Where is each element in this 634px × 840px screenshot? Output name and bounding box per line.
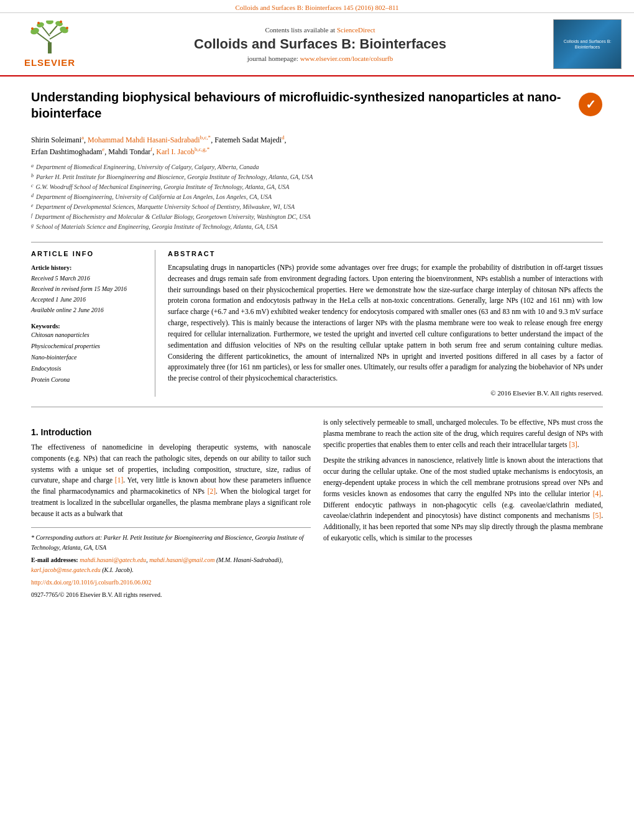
email-link-2[interactable]: mahdi.hasani@gmail.com	[149, 556, 214, 563]
abstract-copyright: © 2016 Elsevier B.V. All rights reserved…	[168, 389, 603, 397]
affiliation-g: g School of Materials Science and Engine…	[31, 222, 603, 232]
ref-5[interactable]: [5]	[593, 512, 601, 519]
email-note: E-mail addresses: mahdi.hasani@gatech.ed…	[31, 555, 311, 575]
authors-line: Shirin Soleimania, Mohammad Mahdi Hasani…	[31, 134, 603, 157]
author-hasani-link[interactable]: Mohammad Mahdi Hasani-Sadrabadi	[88, 136, 200, 144]
author-sup-bcg: b,c,g,*	[195, 146, 209, 152]
keyword-5: Protein Corona	[31, 374, 145, 385]
affiliation-f: f Department of Biochemistry and Molecul…	[31, 212, 603, 222]
ref-1[interactable]: [1]	[115, 476, 123, 484]
body-col-right: is only selectively permeable to small, …	[323, 417, 603, 600]
abstract-heading: ABSTRACT	[168, 250, 603, 257]
keyword-3: Nano-biointerface	[31, 352, 145, 363]
article-title-section: Understanding biophysical behaviours of …	[31, 89, 603, 126]
svg-rect-0	[48, 42, 52, 53]
footnotes: * Corresponding authors at: Parker H. Pe…	[31, 527, 311, 600]
affiliation-c: c G.W. Woodruff School of Mechanical Eng…	[31, 182, 603, 192]
divider-2	[31, 407, 603, 407]
body-two-col: 1. Introduction The effectiveness of nan…	[31, 417, 603, 600]
intro-para-1: The effectiveness of nanomedicine in dev…	[31, 442, 311, 520]
received-date: Received 5 March 2016	[31, 273, 145, 284]
abstract-text: Encapsulating drugs in nanoparticles (NP…	[168, 262, 603, 384]
intro-para-2: is only selectively permeable to small, …	[323, 417, 603, 450]
available-date: Available online 2 June 2016	[31, 305, 145, 315]
svg-point-10	[31, 27, 34, 30]
ref-3[interactable]: [3]	[569, 441, 577, 448]
crossmark-icon: ✓	[578, 92, 603, 117]
ref-4[interactable]: [4]	[593, 490, 601, 497]
doi-line: http://dx.doi.org/10.1016/j.colsurfb.201…	[31, 578, 311, 588]
author-sup-a: a	[81, 134, 84, 141]
journal-center-info: Contents lists available at ScienceDirec…	[93, 26, 547, 62]
intro-para-3: Despite the striking advances in nanosci…	[323, 455, 603, 544]
body-content: 1. Introduction The effectiveness of nan…	[31, 417, 603, 600]
svg-point-12	[37, 22, 40, 24]
keyword-list: Chitosan nanoparticles Physicochemical p…	[31, 330, 145, 385]
keywords-heading: Keywords:	[31, 323, 145, 330]
corresponding-note: * Corresponding authors at: Parker H. Pe…	[31, 533, 311, 553]
journal-cover-image: Colloids and Surfaces B:Biointerfaces	[553, 19, 622, 69]
journal-header: ELSEVIER Contents lists available at Sci…	[0, 13, 634, 76]
keywords-section: Keywords: Chitosan nanoparticles Physico…	[31, 323, 145, 385]
section1-title: 1. Introduction	[31, 427, 311, 437]
affiliation-a: a Department of Biomedical Engineering, …	[31, 162, 603, 172]
svg-line-4	[50, 25, 57, 34]
history-heading: Article history:	[31, 262, 145, 273]
affiliation-d: d Department of Bioengineering, Universi…	[31, 192, 603, 202]
journal-homepage-link[interactable]: www.elsevier.com/locate/colsurfb	[300, 55, 393, 62]
keyword-2: Physicochemical properties	[31, 341, 145, 352]
svg-line-3	[42, 27, 50, 36]
author-jacob-link[interactable]: Karl I. Jacob	[156, 147, 195, 156]
affiliations: a Department of Biomedical Engineering, …	[31, 162, 603, 232]
email-link-1[interactable]: mahdi.hasani@gatech.edu	[80, 556, 146, 563]
article-info-abstract: ARTICLE INFO Article history: Received 5…	[31, 250, 603, 397]
contents-line: Contents lists available at ScienceDirec…	[93, 26, 547, 34]
author-sup-bc: b,c,*	[200, 134, 211, 141]
keyword-4: Endocytosis	[31, 363, 145, 374]
svg-point-11	[66, 27, 68, 29]
article-title: Understanding biophysical behaviours of …	[31, 89, 572, 121]
author-sup-e: e	[102, 146, 104, 152]
issn-line: 0927-7765/© 2016 Elsevier B.V. All right…	[31, 590, 311, 600]
sciencedirect-link[interactable]: ScienceDirect	[337, 26, 375, 34]
accepted-date: Accepted 1 June 2016	[31, 294, 145, 305]
divider-1	[31, 242, 603, 242]
author-dashtimoghadam: Erfan Dashtimoghadam	[31, 147, 102, 156]
body-col-left: 1. Introduction The effectiveness of nan…	[31, 417, 311, 600]
article-info-column: ARTICLE INFO Article history: Received 5…	[31, 250, 155, 397]
received-revised-date: Received in revised form 15 May 2016	[31, 284, 145, 294]
author-sup-d: d	[282, 134, 285, 141]
keyword-1: Chitosan nanoparticles	[31, 330, 145, 341]
elsevier-logo: ELSEVIER	[12, 21, 87, 68]
svg-text:✓: ✓	[586, 98, 596, 111]
article-history: Article history: Received 5 March 2016 R…	[31, 262, 145, 315]
author-soleimani: Shirin Soleimani	[31, 136, 81, 144]
abstract-column: ABSTRACT Encapsulating drugs in nanopart…	[168, 250, 603, 397]
ref-2[interactable]: [2]	[208, 487, 216, 495]
author-sup-f: f	[150, 146, 152, 152]
journal-citation-bar: Colloids and Surfaces B: Biointerfaces 1…	[0, 0, 634, 13]
journal-cover-box: Colloids and Surfaces B:Biointerfaces	[553, 19, 622, 69]
affiliation-b: b Parker H. Petit Institute for Bioengin…	[31, 172, 603, 182]
doi-link[interactable]: http://dx.doi.org/10.1016/j.colsurfb.201…	[31, 579, 151, 586]
journal-homepage-line: journal homepage: www.elsevier.com/locat…	[93, 55, 547, 62]
svg-point-13	[60, 21, 62, 23]
svg-point-9	[46, 21, 53, 24]
affiliation-e: e Department of Developmental Sciences, …	[31, 202, 603, 212]
elsevier-tree-icon	[25, 21, 75, 55]
journal-citation: Colloids and Surfaces B: Biointerfaces 1…	[235, 4, 398, 11]
email-link-3[interactable]: karl.jacob@mse.gatech.edu	[31, 566, 101, 573]
article-info-heading: ARTICLE INFO	[31, 250, 145, 257]
elsevier-brand-text: ELSEVIER	[24, 57, 75, 68]
article-content: Understanding biophysical behaviours of …	[0, 76, 634, 612]
author-majedi: Fatemeh Sadat Majedi	[214, 136, 282, 144]
author-tondar: Mahdi Tondar	[108, 147, 150, 156]
journal-title: Colloids and Surfaces B: Biointerfaces	[93, 36, 547, 52]
